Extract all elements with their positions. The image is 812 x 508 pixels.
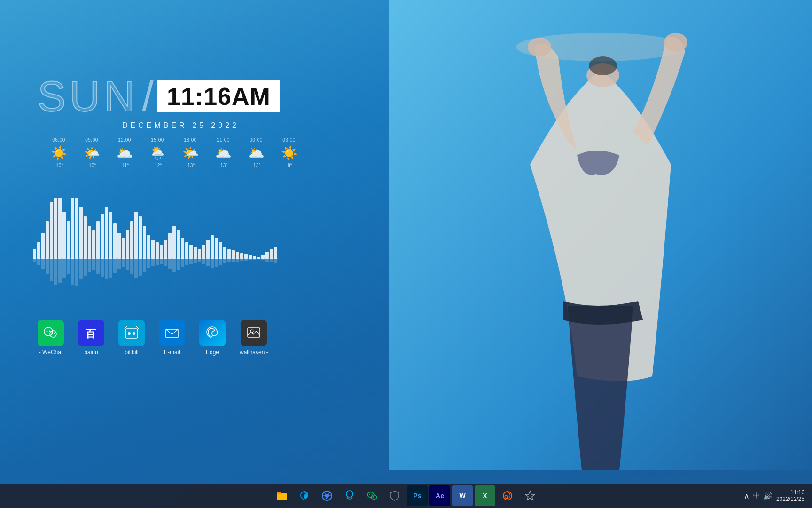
svg-rect-58 [143,226,146,259]
svg-rect-20 [62,212,66,259]
shortcut-edge[interactable]: Edge [199,320,226,356]
svg-point-126 [50,331,56,337]
svg-rect-34 [92,230,95,259]
email-icon [159,320,185,346]
svg-rect-32 [88,226,91,259]
taskbar-aftereffects[interactable]: Ae [429,485,450,506]
svg-rect-102 [236,252,239,259]
weather-icon-2: 🌥️ [108,145,141,161]
svg-rect-48 [122,238,125,259]
svg-rect-98 [227,249,231,259]
svg-rect-8 [37,242,40,259]
svg-rect-101 [232,259,235,262]
svg-rect-86 [202,245,205,259]
svg-rect-23 [67,259,70,274]
weather-time-5: 21:00 [207,137,240,143]
taskbar-firefox[interactable] [497,485,518,506]
svg-point-123 [44,327,53,336]
svg-rect-112 [257,257,260,259]
weather-time-0: 06:00 [42,137,75,143]
svg-rect-22 [67,221,70,259]
svg-point-134 [133,332,135,335]
svg-rect-21 [62,259,66,278]
svg-rect-39 [101,259,104,277]
svg-rect-94 [219,242,222,259]
svg-rect-62 [151,240,155,259]
weather-temp-5: -13° [207,163,240,168]
weather-temp-1: -10° [75,163,108,168]
svg-rect-55 [134,259,138,278]
taskbar-wechat[interactable] [362,485,383,506]
svg-line-131 [125,326,127,329]
svg-rect-88 [206,240,210,259]
svg-rect-11 [41,259,45,269]
svg-rect-45 [113,259,117,273]
weather-icon-5: 🌥️ [207,145,240,161]
svg-rect-104 [240,253,243,259]
svg-rect-7 [33,259,36,262]
taskbar-security[interactable] [384,485,405,506]
taskbar-browser[interactable] [317,485,337,506]
svg-rect-38 [101,214,104,259]
svg-rect-29 [79,259,83,279]
svg-rect-63 [151,259,155,266]
svg-rect-14 [50,202,53,259]
tray-chevron[interactable]: ∧ [744,492,750,500]
svg-point-124 [47,331,48,332]
svg-rect-37 [96,259,100,274]
svg-rect-76 [181,238,184,259]
taskbar-file-explorer[interactable] [272,485,292,506]
shortcut-email[interactable]: E-mail [159,320,185,356]
svg-rect-47 [117,259,121,269]
svg-rect-30 [84,216,87,259]
svg-rect-138 [277,493,287,500]
shortcut-bilibili[interactable]: bilibili [118,320,145,356]
svg-rect-13 [46,259,49,274]
shortcut-wallhaven[interactable]: wallhaven - [240,320,268,356]
weather-icon-3: 🌦️ [141,145,174,161]
edge-label: Edge [206,349,219,356]
weather-icon-0: ☀️ [42,145,75,161]
tray-lang[interactable]: 中 [753,492,759,500]
shortcut-wechat[interactable]: - WeChat [38,320,64,356]
svg-rect-10 [41,233,45,259]
taskbar-vpn[interactable] [339,485,360,506]
svg-point-133 [128,332,131,335]
shortcut-baidu[interactable]: 百 baidu [78,320,104,356]
svg-rect-31 [84,259,87,276]
svg-rect-50 [126,230,129,259]
taskbar-excel[interactable]: X [475,485,495,506]
weather-temp-3: -12° [141,163,174,168]
weather-icon-4: 🌤️ [174,145,207,161]
taskbar-word[interactable]: W [452,485,473,506]
taskbar-photoshop[interactable]: Ps [407,485,428,506]
tray-datetime: 11:16 2022/12/25 [776,489,804,502]
day-label: SUN [38,75,138,118]
wechat-icon [38,320,64,346]
svg-rect-90 [211,235,214,259]
svg-rect-85 [198,259,201,262]
svg-rect-108 [249,255,252,259]
svg-rect-64 [156,242,159,259]
svg-rect-82 [194,247,197,259]
widget-container: SUN / 11:16AM DECEMBER 25 2022 06:00 09:… [38,75,320,182]
svg-rect-51 [126,259,129,270]
svg-rect-36 [96,221,100,259]
tray-volume[interactable]: 🔊 [763,492,773,500]
wallhaven-icon [241,320,267,346]
weather-icon-6: 🌥️ [240,145,273,161]
taskbar-extra[interactable] [520,485,540,506]
svg-rect-57 [139,259,142,276]
svg-rect-96 [223,247,226,259]
taskbar-edge[interactable] [294,485,315,506]
svg-rect-119 [270,259,273,262]
slash-divider: / [142,75,154,118]
svg-point-151 [375,497,375,498]
svg-rect-74 [177,230,180,259]
svg-rect-70 [168,233,172,259]
shortcuts-row: - WeChat 百 baidu bilibili E-mail Edge wa… [38,320,268,356]
taskbar: Ps Ae W X [0,484,812,508]
baidu-icon: 百 [78,320,104,346]
date-display: DECEMBER 25 2022 [122,121,320,130]
svg-rect-18 [58,198,62,259]
